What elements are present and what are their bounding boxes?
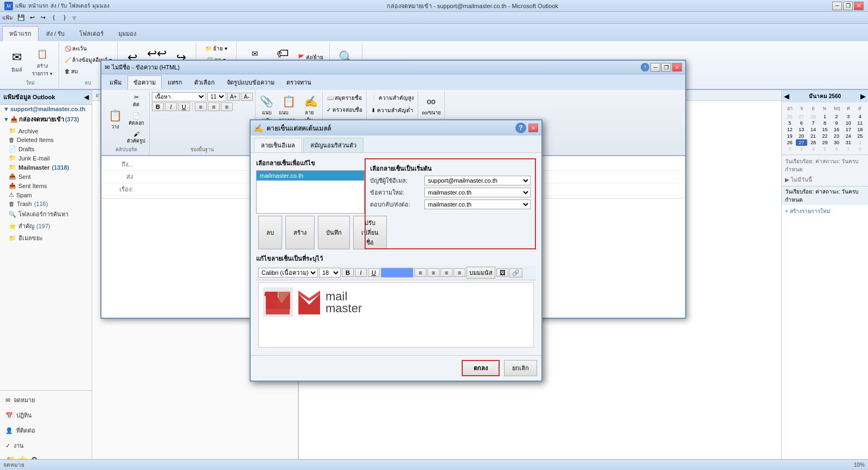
nm-tab-review[interactable]: ตรวจทาน [280, 75, 317, 89]
prev-month-button[interactable]: ◀ [784, 92, 789, 100]
cal-day[interactable]: 6 [796, 120, 808, 126]
create-new-item-btn[interactable]: + สร้างรายการใหม่ [785, 207, 865, 215]
sig-cancel-button[interactable]: ยกเลิก [504, 360, 537, 376]
paste-button[interactable]: 📋 วาง [106, 106, 124, 132]
sig-email-account-select[interactable]: support@mailmaster.co.th [424, 176, 531, 185]
cal-day[interactable]: 31 [843, 139, 854, 146]
cal-day[interactable]: 10 [843, 120, 854, 126]
cal-day[interactable]: 21 [807, 133, 819, 139]
sig-bold-btn[interactable]: B [342, 268, 354, 277]
sig-tab-email[interactable]: ลายเซ็นอีเมล [254, 138, 302, 152]
cal-day[interactable]: 13 [796, 126, 808, 133]
nav-tasks[interactable]: ✓ งาน [2, 439, 90, 453]
delete-button[interactable]: 🗑 ลบ [62, 66, 80, 76]
nm-tab-options[interactable]: ตัวเลือก [188, 75, 221, 89]
new-msg-min-btn[interactable]: ─ [650, 63, 660, 72]
cal-day[interactable]: 24 [843, 133, 854, 139]
cal-day[interactable]: 22 [819, 133, 831, 139]
font-family-select[interactable]: เนื้อหา [152, 92, 206, 101]
cal-day[interactable]: 20 [796, 133, 808, 139]
sig-ok-button[interactable]: ตกลง [462, 360, 500, 376]
nm-tab-format[interactable]: จัดรูปแบบข้อความ [221, 75, 280, 89]
new-msg-help-btn[interactable]: ? [641, 63, 649, 72]
cal-day[interactable]: 16 [831, 126, 843, 133]
ignore-button[interactable]: 🚫 ละเว้น [62, 43, 90, 54]
sig-insert-link[interactable]: 🔗 [509, 268, 522, 278]
new-items-button[interactable]: 📋 สร้างรายการ ▾ [29, 43, 55, 79]
format-painter-button[interactable]: 🖌 ตัวคัดรูป [125, 129, 147, 146]
cal-day[interactable]: 27 [796, 113, 808, 120]
sidebar-item-search-folders[interactable]: 🔍 โฟลเดอร์การค้นหา [0, 208, 92, 220]
tab-view[interactable]: มุมมอง [111, 26, 143, 41]
sig-italic-btn[interactable]: I [355, 268, 367, 277]
sidebar-item-archive[interactable]: 📁 Archive [0, 126, 92, 136]
tab-send-receive[interactable]: ส่ง / รับ [39, 26, 72, 41]
cal-day[interactable]: 12 [784, 126, 796, 133]
sig-tab-personal[interactable]: สมัญนอมริส่วนตัว [303, 138, 363, 152]
cal-day[interactable]: 4 [807, 146, 819, 152]
nm-tab-insert[interactable]: แทรก [162, 75, 188, 89]
cal-day[interactable]: 1 [819, 113, 831, 120]
cal-day[interactable]: 9 [831, 120, 843, 126]
sidebar-item-drafts[interactable]: 📄 Drafts [0, 144, 92, 153]
underline-btn[interactable]: U [178, 102, 190, 111]
cal-day[interactable]: 7 [843, 146, 854, 152]
cal-day[interactable]: 14 [807, 126, 819, 133]
sig-delete-button[interactable]: ลบ [258, 216, 282, 249]
prev-btn[interactable]: ⟨ [49, 13, 59, 23]
nav-contacts[interactable]: 👤 ที่ติดต่อ [2, 423, 90, 437]
cal-day[interactable]: 11 [854, 120, 866, 126]
copy-button[interactable]: 📄 คัดลอก [125, 111, 147, 128]
cal-day[interactable]: 3 [843, 113, 854, 120]
bold-btn[interactable]: B [152, 102, 164, 111]
sig-text-color[interactable] [381, 268, 413, 278]
tab-folder[interactable]: โฟลเดอร์ [72, 26, 111, 41]
email-account[interactable]: ▼ support@mailmaster.co.th [0, 105, 92, 113]
sidebar-item-mailmaster[interactable]: 📁 Mailmaster (1318) [0, 163, 92, 172]
sidebar-item-sent-items[interactable]: 📤 Sent Items [0, 181, 92, 190]
cal-day[interactable]: 30 [831, 139, 843, 146]
cal-day[interactable]: 3 [796, 146, 808, 152]
sig-underline-btn[interactable]: U [368, 268, 380, 277]
save-quick-btn[interactable]: 💾 [16, 13, 26, 23]
align-left-btn[interactable]: ≡ [195, 102, 207, 111]
cal-day[interactable]: 7 [807, 120, 819, 126]
next-month-button[interactable]: ▶ [860, 92, 866, 100]
align-center-btn[interactable]: ≡ [208, 102, 220, 111]
italic-btn[interactable]: I [165, 102, 177, 111]
cal-day[interactable]: 26 [784, 113, 796, 120]
cal-day[interactable]: 28 [807, 113, 819, 120]
sig-list-item[interactable]: mailmaster.co.th [257, 171, 364, 181]
align-right-btn[interactable]: ≡ [221, 102, 233, 111]
sig-replies-select[interactable]: mailmaster.co.th [424, 199, 531, 209]
sidebar-item-sent[interactable]: 📤 Sent [0, 172, 92, 181]
nav-mail[interactable]: ✉ จดหมาย [2, 393, 90, 407]
sig-font-size[interactable]: 18 [319, 268, 341, 278]
sig-help-button[interactable]: ? [515, 123, 526, 133]
minimize-button[interactable]: ─ [832, 2, 842, 10]
nm-tab-message[interactable]: ข้อความ [127, 75, 162, 89]
sig-align-left[interactable]: ≡ [414, 268, 426, 277]
sig-bullet-btn[interactable]: บมมมนัส [467, 267, 495, 279]
nav-calendar[interactable]: 📅 ปฏิทิน [2, 408, 90, 422]
cal-day[interactable]: 2 [831, 113, 843, 120]
new-item-btn[interactable]: ▶ ไม่มีวันนี้ [785, 176, 865, 184]
sidebar-item-important[interactable]: ⭐ สำคัญ (197) [0, 220, 92, 232]
cal-day[interactable]: 4 [854, 113, 866, 120]
new-msg-max-btn[interactable]: ❐ [661, 63, 671, 72]
cal-day[interactable]: 6 [831, 146, 843, 152]
sidebar-item-spam[interactable]: ⚠ Spam [0, 190, 92, 199]
next-btn[interactable]: ⟩ [60, 13, 69, 23]
sidebar-collapse-icon[interactable]: ◀ [84, 94, 88, 101]
sidebar-item-junk[interactable]: 📁 Junk E-mail [0, 153, 92, 163]
cal-day[interactable]: 29 [819, 139, 831, 146]
sidebar-item-trash[interactable]: 🗑 Trash (116) [0, 199, 92, 208]
sig-align-right[interactable]: ≡ [441, 268, 452, 277]
restore-button[interactable]: ❐ [843, 2, 853, 10]
undo-quick-btn[interactable]: ↩ [27, 13, 37, 23]
sig-save-button[interactable]: บันทึก [318, 216, 350, 249]
cal-day[interactable]: 26 [784, 139, 796, 146]
priority-high-btn[interactable]: ❕ ความสำคัญสูง [369, 92, 416, 104]
sidebar-item-junk-mail[interactable]: 📁 อีเมลขยะ [0, 232, 92, 244]
oo-btn[interactable]: oo oo/ขนาย [420, 92, 443, 118]
